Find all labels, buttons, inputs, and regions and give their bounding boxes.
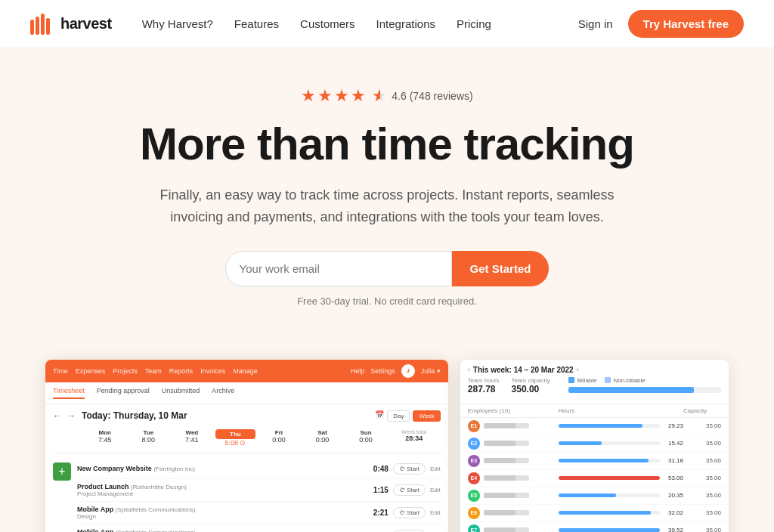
ts-nav-invoices[interactable]: Invoices — [200, 367, 225, 375]
ts-entry-2: Mobile App (Spitalfields Communications)… — [77, 502, 441, 524]
cap-next-arrow[interactable]: › — [577, 366, 579, 373]
half-star-icon: ★ ★ — [372, 86, 387, 106]
ts-edit-btn-0[interactable]: Edit — [430, 466, 441, 472]
ts-start-btn-0[interactable]: ⏱ Start — [393, 463, 426, 475]
ts-day-wed: Wed 7:41 — [170, 428, 214, 448]
cap-col-employees: Employees (10) — [468, 407, 559, 414]
cap-employee-2: E3 — [468, 455, 559, 467]
logo-text: harvest — [60, 15, 112, 32]
get-started-button[interactable]: Get Started — [452, 251, 550, 286]
cap-row-4: E5 20.35 35.00 — [460, 487, 729, 505]
ts-day-mon: Mon 7:45 — [83, 428, 127, 448]
cap-cap-val-1: 35.00 — [683, 440, 721, 447]
ts-nav-reports[interactable]: Reports — [169, 367, 194, 375]
email-form: Get Started — [30, 251, 744, 286]
cap-cap-val-4: 35.00 — [683, 492, 721, 499]
cap-employee-6: E7 — [468, 524, 559, 532]
cap-name-placeholder-0 — [484, 423, 529, 428]
cap-header: ‹ This week: 14 – 20 Mar 2022 › Team hou… — [460, 360, 729, 404]
cap-avatar-5: E6 — [468, 507, 480, 519]
ts-start-btn-1[interactable]: ⏱ Start — [393, 484, 426, 496]
sign-in-link[interactable]: Sign in — [578, 17, 613, 30]
screenshots-section: Time Expenses Projects Team Reports Invo… — [0, 360, 774, 532]
ts-day-sat: Sat 0:00 — [301, 428, 345, 448]
cap-employee-3: E4 — [468, 472, 559, 484]
nav-pricing[interactable]: Pricing — [457, 17, 491, 30]
cap-avatar-3: E4 — [468, 472, 480, 484]
cap-total-fill — [568, 387, 694, 393]
ts-new-entry-header — [53, 428, 83, 448]
ts-week-total: Week total 28:34 — [388, 428, 441, 448]
ts-username: Julia ▾ — [421, 367, 441, 375]
rating-text: 4.6 (748 reviews) — [392, 90, 472, 102]
ts-day-sun: Sun 0:00 — [344, 428, 388, 448]
cap-stat-chart: Billable Non-billable — [568, 377, 721, 394]
ts-prev-arrow[interactable]: ← — [53, 411, 61, 420]
ts-entry-cat-2: Design — [77, 513, 369, 520]
cap-avatar-2: E3 — [468, 455, 480, 467]
ts-nav-expenses[interactable]: Expenses — [76, 367, 106, 375]
cap-cap-val-3: 35.00 — [683, 475, 721, 481]
cap-row-3: E4 53.00 35.00 — [460, 470, 729, 487]
logo[interactable]: harvest — [30, 14, 112, 35]
ts-edit-btn-1[interactable]: Edit — [430, 487, 441, 493]
ts-nav-projects[interactable]: Projects — [113, 367, 138, 375]
nav-why-harvest[interactable]: Why Harvest? — [142, 17, 213, 30]
ts-entry-time-2: 2:21 — [373, 509, 389, 517]
cap-bar-fill-0 — [559, 424, 642, 428]
cap-title: This week: 14 – 20 Mar 2022 — [473, 366, 574, 374]
ts-tab-archive[interactable]: Archive — [212, 387, 234, 399]
ts-week-btn[interactable]: Week — [413, 410, 440, 422]
stars-display: ★★★★ — [301, 86, 367, 106]
cap-hours-val-1: 15.42 — [662, 440, 683, 447]
nav-features[interactable]: Features — [234, 17, 279, 30]
cap-bar-fill-2 — [559, 459, 649, 462]
ts-entry-1: Product Launch (Rotherhithe Design) Proj… — [77, 479, 441, 502]
ts-start-btn-3[interactable]: ⏱ Start — [393, 530, 426, 532]
ts-user-avatar[interactable]: J — [401, 364, 415, 378]
nav-customers[interactable]: Customers — [300, 17, 355, 30]
cap-cap-val-6: 35.00 — [683, 527, 721, 532]
cap-name-placeholder-5 — [484, 510, 529, 515]
ts-entry-project-2: Mobile App (Spitalfields Communications) — [77, 506, 369, 513]
ts-tab-pending[interactable]: Pending approval — [97, 387, 150, 399]
calendar-icon[interactable]: 📅 — [375, 410, 384, 422]
svg-rect-2 — [41, 14, 45, 35]
cap-bar-fill-1 — [559, 441, 602, 445]
ts-entry-cat-1: Project Management — [77, 490, 369, 497]
ts-next-arrow[interactable]: → — [67, 411, 76, 420]
cap-hours-val-3: 53.00 — [662, 475, 683, 481]
ts-start-btn-2[interactable]: ⏱ Start — [393, 507, 426, 518]
ts-help-link[interactable]: Help — [351, 367, 365, 375]
ts-day-fri: Fri 0:00 — [257, 428, 301, 448]
capacity-card: ‹ This week: 14 – 20 Mar 2022 › Team hou… — [460, 360, 729, 532]
cap-bars-2: 31.18 — [559, 457, 683, 464]
cap-bars-6: 39.52 — [559, 527, 683, 532]
cap-avatar-6: E7 — [468, 524, 480, 532]
cap-col-capacity: Capacity — [683, 407, 721, 414]
ts-settings-link[interactable]: Settings — [370, 367, 395, 375]
cap-hours-val-0: 29.23 — [662, 422, 683, 429]
ts-nav-team[interactable]: Team — [145, 367, 162, 375]
email-input[interactable] — [225, 251, 452, 286]
new-entry-button[interactable]: + — [53, 462, 71, 481]
legend-nonbillable: Non-billable — [605, 377, 646, 384]
ts-entry-project-3: Mobile App (Spitalfields Communications) — [77, 528, 369, 532]
ts-nav-links: Time Expenses Projects Team Reports Invo… — [53, 367, 258, 375]
cap-hours-val-5: 32.02 — [662, 509, 683, 516]
hero-section: ★★★★ ★ ★ 4.6 (748 reviews) More than tim… — [0, 48, 774, 352]
nav-integrations[interactable]: Integrations — [376, 17, 435, 30]
cap-total-bar — [568, 387, 721, 393]
cap-bars-3: 53.00 — [559, 475, 683, 481]
ts-tab-timesheet[interactable]: Timesheet — [53, 387, 85, 399]
ts-tab-unsubmitted[interactable]: Unsubmitted — [162, 387, 200, 399]
logo-icon — [30, 14, 54, 35]
ts-edit-btn-2[interactable]: Edit — [430, 509, 441, 516]
cap-employee-5: E6 — [468, 507, 559, 519]
ts-nav-time[interactable]: Time — [53, 367, 68, 375]
cap-name-placeholder-4 — [484, 493, 529, 498]
try-harvest-button[interactable]: Try Harvest free — [628, 10, 744, 38]
cap-prev-arrow[interactable]: ‹ — [468, 366, 470, 373]
ts-day-btn[interactable]: Day — [387, 410, 410, 422]
ts-nav-manage[interactable]: Manage — [233, 367, 258, 375]
